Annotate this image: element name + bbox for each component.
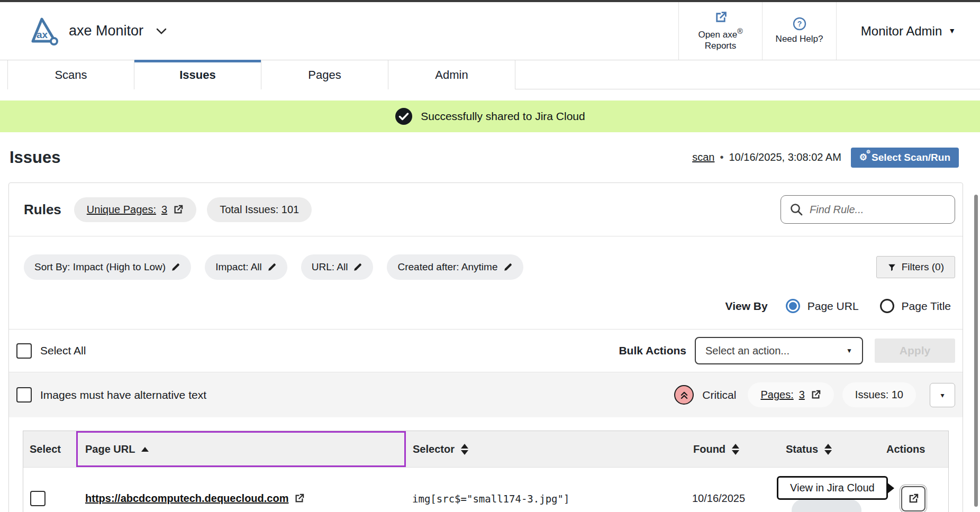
total-issues-label: Total Issues: 101 xyxy=(220,204,299,216)
column-header-page-url[interactable]: Page URL xyxy=(76,431,406,467)
sort-by-chip[interactable]: Sort By: Impact (High to Low) xyxy=(24,254,191,280)
unique-pages-pill[interactable]: Unique Pages: 3 xyxy=(74,197,196,222)
radio-unselected-icon[interactable] xyxy=(880,299,894,313)
sort-icon xyxy=(732,444,739,455)
created-after-chip[interactable]: Created after: Anytime xyxy=(387,254,523,280)
column-header-status[interactable]: Status xyxy=(779,431,879,467)
row-selector-cell: img[src$="small174-3.jpg"] xyxy=(406,493,686,505)
funnel-icon xyxy=(887,263,896,272)
open-axe-reports-button[interactable]: Open axe®Reports xyxy=(678,2,762,60)
caret-down-icon: ▼ xyxy=(948,26,956,36)
rule-pages-label: Pages: xyxy=(760,389,793,401)
banner-message: Successfully shared to Jira Cloud xyxy=(421,110,585,123)
pencil-icon xyxy=(171,262,180,272)
app-brand[interactable]: ax axe Monitor xyxy=(0,2,678,60)
axe-logo-icon: ax xyxy=(24,16,59,47)
row-status-cell: View in Jira Cloud xyxy=(779,468,879,512)
rule-pages-value: 3 xyxy=(799,389,805,401)
check-circle-icon xyxy=(395,107,413,125)
total-issues-pill: Total Issues: 101 xyxy=(207,197,312,222)
svg-text:ax: ax xyxy=(37,29,48,40)
sort-icon xyxy=(824,444,832,455)
tab-pages[interactable]: Pages xyxy=(261,60,388,89)
table-row: https://abcdcomputech.dequecloud.com img… xyxy=(23,467,948,512)
expand-rule-button[interactable]: ▾ xyxy=(930,383,955,407)
impact-label: Critical xyxy=(702,389,736,401)
apply-button[interactable]: Apply xyxy=(875,339,955,363)
view-in-jira-button[interactable] xyxy=(901,486,925,511)
url-chip[interactable]: URL: All xyxy=(301,254,374,280)
main-nav: Scans Issues Pages Admin xyxy=(0,60,980,89)
find-rule-search[interactable] xyxy=(781,195,955,224)
impact-chip[interactable]: Impact: All xyxy=(205,254,287,280)
column-header-actions: Actions xyxy=(879,431,947,467)
column-header-found[interactable]: Found xyxy=(686,431,779,467)
scan-link[interactable]: scan xyxy=(692,151,714,163)
find-rule-input[interactable] xyxy=(810,204,946,216)
external-link-icon xyxy=(810,389,821,400)
table-header-row: Select Page URL Selector Found Status Ac… xyxy=(23,431,948,467)
external-link-icon xyxy=(908,493,919,505)
scan-timestamp: 10/16/2025, 3:08:02 AM xyxy=(729,151,841,163)
select-all-checkbox[interactable] xyxy=(16,343,32,359)
radio-selected-icon[interactable] xyxy=(786,299,800,313)
external-link-icon[interactable] xyxy=(294,493,305,504)
tooltip-arrow xyxy=(887,482,894,494)
open-axe-reports-label: Open axe®Reports xyxy=(698,27,742,51)
view-in-jira-tooltip: View in Jira Cloud xyxy=(777,476,888,500)
svg-text:?: ? xyxy=(797,20,802,28)
bulk-action-select[interactable]: Select an action... ▼ xyxy=(695,337,863,364)
filter-section: Sort By: Impact (High to Low) Impact: Al… xyxy=(9,236,963,329)
filter-chips-row: Sort By: Impact (High to Low) Impact: Al… xyxy=(24,254,955,280)
tab-admin[interactable]: Admin xyxy=(388,60,515,89)
pencil-icon xyxy=(503,262,513,272)
tabstrip-filler xyxy=(515,60,980,89)
bulk-action-selected-value: Select an action... xyxy=(705,345,790,357)
chevron-down-icon[interactable] xyxy=(156,28,167,34)
rule-name: Images must have alternative text xyxy=(40,389,206,401)
unique-pages-label: Unique Pages: xyxy=(87,204,156,216)
page-url-link[interactable]: https://abcdcomputech.dequecloud.com xyxy=(85,492,288,505)
caret-down-icon: ▾ xyxy=(940,391,944,399)
tab-issues[interactable]: Issues xyxy=(134,60,261,89)
sort-ascending-icon xyxy=(141,447,149,452)
row-select-cell xyxy=(23,491,76,506)
help-circle-icon: ? xyxy=(793,17,806,31)
select-scan-run-label: Select Scan/Run xyxy=(872,152,950,163)
scrollbar-thumb[interactable] xyxy=(974,195,978,507)
found-date: 10/16/2025 xyxy=(692,492,745,505)
view-by-row: View By Page URL Page Title xyxy=(24,299,955,313)
row-checkbox[interactable] xyxy=(30,491,46,506)
issues-table: Select Page URL Selector Found Status Ac… xyxy=(23,431,949,512)
column-header-select: Select xyxy=(23,431,76,467)
user-menu-label: Monitor Admin xyxy=(861,23,942,39)
need-help-button[interactable]: ? Need Help? xyxy=(762,2,836,60)
user-menu-button[interactable]: Monitor Admin ▼ xyxy=(836,2,980,60)
critical-impact-icon xyxy=(674,385,694,405)
search-icon xyxy=(790,203,803,216)
column-header-selector[interactable]: Selector xyxy=(406,431,686,467)
pencil-icon xyxy=(353,262,362,272)
view-by-page-title-option[interactable]: Page Title xyxy=(880,299,951,313)
filters-button[interactable]: Filters (0) xyxy=(876,256,955,278)
external-link-icon xyxy=(714,11,728,24)
status-badge xyxy=(792,499,861,512)
success-banner: Successfully shared to Jira Cloud xyxy=(0,100,980,132)
rule-group-row: Images must have alternative text Critic… xyxy=(9,372,963,417)
page-title-row: Issues scan • 10/16/2025, 3:08:02 AM ⚙⚙ … xyxy=(0,132,980,182)
external-link-icon xyxy=(173,204,184,215)
tabstrip-gap xyxy=(0,89,980,100)
view-by-page-url-option[interactable]: Page URL xyxy=(786,299,859,313)
rule-issues-pill: Issues: 10 xyxy=(842,382,916,407)
bulk-actions-label: Bulk Actions xyxy=(619,344,686,357)
rule-checkbox[interactable] xyxy=(16,387,32,403)
view-by-label: View By xyxy=(725,300,768,313)
bulk-actions-row: Select All Bulk Actions Select an action… xyxy=(9,330,963,372)
select-scan-run-button[interactable]: ⚙⚙ Select Scan/Run xyxy=(851,148,959,168)
selector-value: img[src$="small174-3.jpg"] xyxy=(412,493,569,505)
rule-pages-pill[interactable]: Pages: 3 xyxy=(748,382,833,407)
tab-scans[interactable]: Scans xyxy=(7,60,134,89)
page-title: Issues xyxy=(10,148,61,167)
need-help-label: Need Help? xyxy=(776,33,823,44)
row-found-cell: 10/16/2025 xyxy=(686,492,779,505)
